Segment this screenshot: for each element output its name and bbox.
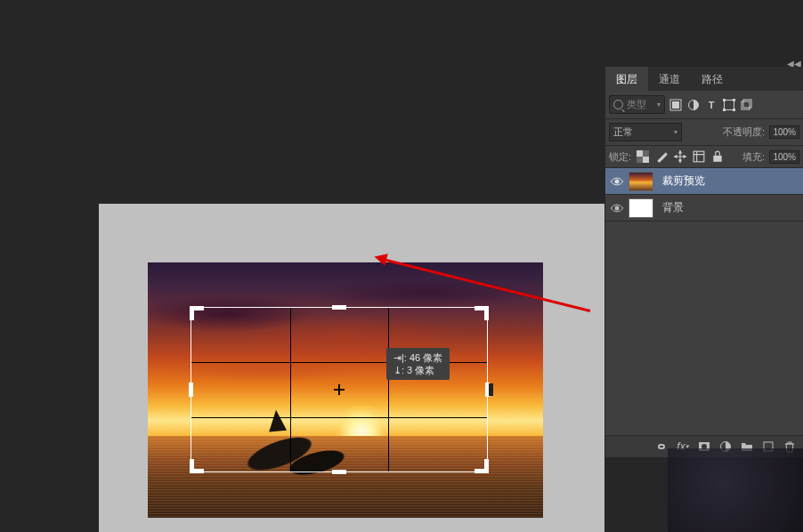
- layer-thumbnail[interactable]: [629, 172, 653, 191]
- crop-handle-right-drag[interactable]: [489, 383, 493, 396]
- svg-rect-7: [733, 109, 735, 111]
- filter-type-icon[interactable]: T: [704, 98, 718, 112]
- filter-smartobject-icon[interactable]: [740, 98, 754, 112]
- svg-rect-9: [743, 100, 751, 108]
- layers-list: 裁剪预览 背景: [605, 168, 803, 435]
- tab-layers[interactable]: 图层: [605, 67, 648, 91]
- link-layers-icon[interactable]: [655, 440, 668, 453]
- lock-position-icon[interactable]: [673, 149, 687, 164]
- layer-filter-row: 类型 ▾ T: [605, 91, 803, 119]
- crop-handle-top-left[interactable]: [190, 306, 194, 320]
- svg-rect-15: [713, 156, 721, 162]
- lock-all-icon[interactable]: [710, 149, 725, 164]
- chevron-down-icon: ▾: [657, 101, 661, 109]
- blend-mode-value: 正常: [613, 125, 633, 139]
- visibility-toggle[interactable]: [605, 203, 629, 214]
- document-canvas[interactable]: ⇥|: 46 像素 ⤓: 3 像素: [99, 204, 604, 532]
- svg-point-17: [615, 206, 620, 210]
- crop-handle-left[interactable]: [189, 383, 193, 397]
- crop-handle-bottom[interactable]: [332, 470, 346, 474]
- svg-rect-3: [725, 100, 734, 109]
- svg-rect-14: [694, 151, 704, 162]
- svg-rect-1: [672, 101, 679, 109]
- crop-grid-line: [191, 417, 487, 418]
- tab-channels[interactable]: 通道: [648, 67, 691, 91]
- layer-thumbnail[interactable]: [629, 198, 653, 218]
- lock-pixels-icon[interactable]: [654, 149, 669, 164]
- crop-grid-line: [290, 308, 291, 472]
- layer-type-filter[interactable]: 类型 ▾: [609, 95, 665, 114]
- layers-empty-area[interactable]: [605, 222, 803, 435]
- lock-transparency-icon[interactable]: [636, 149, 650, 164]
- svg-point-16: [615, 179, 620, 183]
- svg-rect-10: [637, 150, 643, 157]
- crop-center-icon: [334, 384, 345, 395]
- panel-tabs: 图层 通道 路径: [605, 67, 803, 91]
- lock-artboard-icon[interactable]: [692, 149, 706, 164]
- svg-rect-8: [742, 101, 750, 109]
- filter-type-label: 类型: [627, 98, 646, 111]
- lock-row: 锁定: 填充: 100%: [605, 146, 803, 168]
- search-icon: [613, 100, 623, 109]
- opacity-label: 不透明度:: [723, 125, 765, 139]
- image-content: ⇥|: 46 像素 ⤓: 3 像素: [148, 262, 543, 518]
- lock-label: 锁定:: [609, 150, 631, 164]
- filter-pixel-icon[interactable]: [669, 98, 683, 112]
- svg-rect-13: [637, 157, 643, 163]
- opacity-input[interactable]: 100%: [769, 125, 799, 139]
- crop-handle-bottom-left[interactable]: [190, 459, 194, 473]
- layer-name[interactable]: 裁剪预览: [662, 173, 705, 189]
- svg-rect-11: [643, 157, 649, 163]
- chevron-down-icon: ▾: [674, 128, 677, 136]
- secondary-preview: [668, 448, 803, 532]
- layer-row[interactable]: 背景: [605, 195, 803, 222]
- visibility-toggle[interactable]: [605, 176, 629, 187]
- layers-panel: 图层 通道 路径 类型 ▾ T 正常 ▾ 不透明度: 100%: [605, 67, 803, 457]
- filter-adjustment-icon[interactable]: [686, 98, 701, 112]
- tooltip-width: ⇥|: 46 像素: [393, 351, 442, 364]
- fill-input[interactable]: 100%: [769, 150, 799, 164]
- crop-selection[interactable]: [191, 307, 488, 472]
- layer-row[interactable]: 裁剪预览: [605, 168, 803, 195]
- svg-rect-6: [723, 109, 726, 111]
- svg-rect-4: [723, 99, 726, 101]
- tab-paths[interactable]: 路径: [691, 67, 734, 91]
- svg-rect-12: [643, 150, 649, 157]
- blend-mode-select[interactable]: 正常 ▾: [609, 123, 682, 141]
- fill-label: 填充:: [742, 150, 765, 164]
- svg-rect-5: [733, 99, 735, 101]
- filter-shape-icon[interactable]: [722, 98, 736, 112]
- crop-grid-line: [388, 308, 389, 472]
- crop-handle-top-right[interactable]: [484, 306, 489, 320]
- layer-name[interactable]: 背景: [662, 200, 684, 215]
- crop-handle-top[interactable]: [332, 305, 346, 310]
- tooltip-height: ⤓: 3 像素: [393, 364, 442, 376]
- crop-dimensions-tooltip: ⇥|: 46 像素 ⤓: 3 像素: [386, 348, 450, 380]
- crop-handle-bottom-right[interactable]: [484, 459, 489, 473]
- blend-mode-row: 正常 ▾ 不透明度: 100%: [605, 119, 803, 146]
